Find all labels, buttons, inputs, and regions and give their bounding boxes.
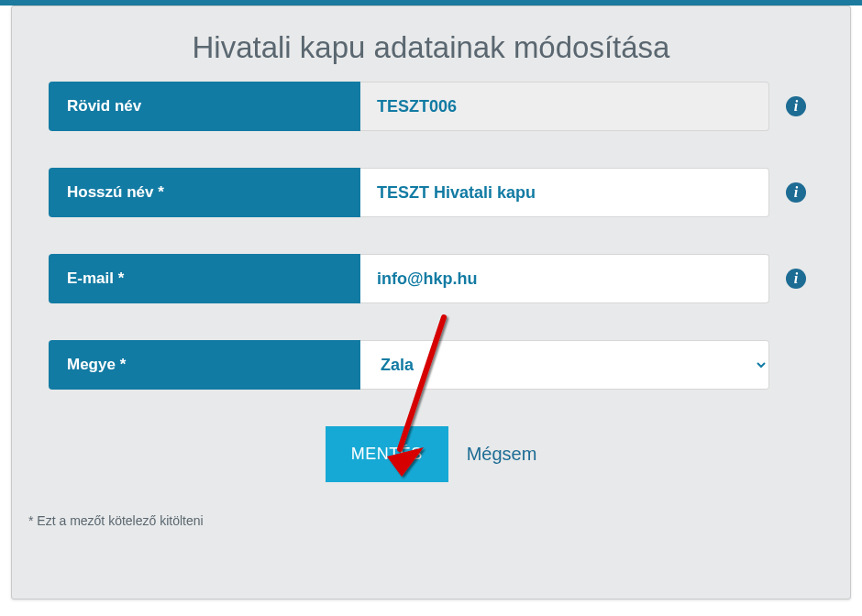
- row-long-name: Hosszú név * TESZT Hivatali kapu i: [49, 168, 813, 217]
- label-county: Megye *: [49, 340, 360, 390]
- info-icon[interactable]: i: [786, 269, 806, 289]
- value-email[interactable]: info@hkp.hu: [360, 254, 769, 303]
- row-email: E-mail * info@hkp.hu i: [49, 254, 813, 303]
- row-short-name: Rövid név TESZT006 i: [49, 82, 813, 131]
- county-select-wrap: Zala: [360, 340, 769, 390]
- value-long-name[interactable]: TESZT Hivatali kapu: [360, 168, 769, 217]
- value-short-name: TESZT006: [360, 82, 769, 131]
- label-email: E-mail *: [49, 254, 360, 303]
- info-icon[interactable]: i: [786, 182, 806, 203]
- row-county: Megye * Zala: [49, 340, 813, 390]
- edit-panel: Hivatali kapu adatainak módosítása Rövid…: [11, 6, 851, 600]
- info-icon[interactable]: i: [786, 96, 806, 116]
- required-footnote: * Ezt a mezőt kötelező kitölteni: [12, 482, 850, 528]
- button-row: MENTÉS Mégsem: [12, 426, 850, 482]
- save-button[interactable]: MENTÉS: [326, 426, 448, 482]
- county-select[interactable]: Zala: [360, 341, 768, 389]
- page-title: Hivatali kapu adatainak módosítása: [12, 6, 850, 82]
- label-long-name: Hosszú név *: [49, 168, 360, 217]
- cancel-button[interactable]: Mégsem: [467, 444, 537, 465]
- label-short-name: Rövid név: [49, 82, 360, 131]
